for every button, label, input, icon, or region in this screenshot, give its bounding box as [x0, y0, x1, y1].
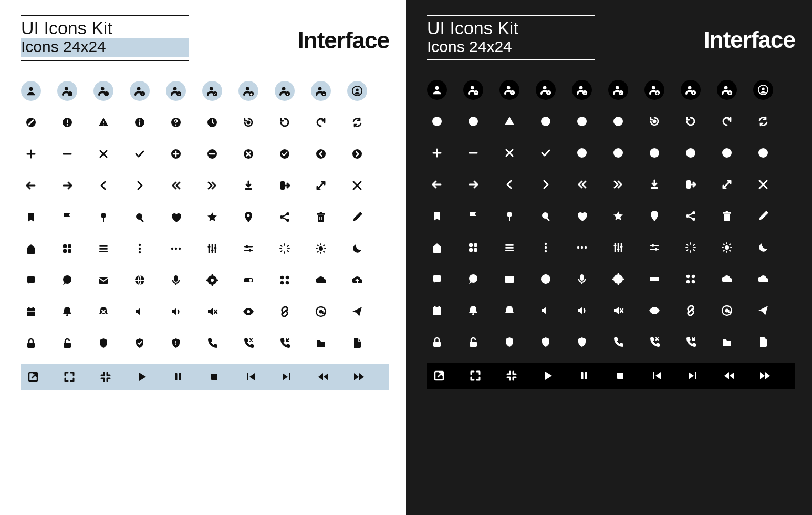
grid-icon — [463, 238, 483, 258]
search-icon — [536, 206, 556, 226]
skip-back-icon — [241, 367, 261, 387]
more-vertical-icon — [130, 239, 150, 259]
block-icon — [21, 112, 41, 132]
svg-text:×: × — [142, 91, 144, 95]
rotate-cw-icon — [311, 112, 331, 132]
toggle-icon — [644, 269, 664, 289]
toggle-icon — [238, 270, 258, 290]
volume-icon — [166, 302, 186, 322]
cloud-upload-icon — [347, 270, 367, 290]
edit-icon — [753, 206, 773, 226]
user-icon — [21, 81, 41, 101]
shield-check-icon — [130, 333, 150, 353]
rewind-icon — [719, 366, 739, 386]
user-remove-icon: − — [499, 80, 519, 100]
plus-icon — [21, 144, 41, 164]
svg-point-137 — [762, 87, 765, 90]
fullscreen-icon — [465, 366, 485, 386]
more-horizontal-icon — [572, 238, 592, 258]
loading-icon — [681, 238, 701, 258]
volume-mute-icon — [202, 302, 222, 322]
svg-point-119 — [356, 88, 359, 91]
user-lock-icon: ● — [275, 81, 295, 101]
icon-row-3 — [21, 176, 389, 195]
icon-row-9 — [427, 363, 795, 389]
shield-icon — [93, 333, 113, 353]
play-icon — [132, 367, 152, 387]
pause-icon — [574, 366, 594, 386]
expand-icon — [717, 174, 737, 194]
calendar-icon — [427, 301, 447, 321]
minus-circle-icon — [202, 144, 222, 164]
user-check-icon: ✓ — [202, 81, 222, 101]
rewind-icon — [313, 367, 333, 387]
eye-icon — [238, 302, 258, 322]
filters-icon — [238, 239, 258, 259]
chevron-left-circle-icon — [717, 143, 737, 163]
rule — [21, 15, 189, 16]
edit-icon — [347, 207, 367, 227]
file-icon — [347, 333, 367, 353]
phone-icon — [202, 333, 222, 353]
user-check-icon: ✓ — [608, 80, 628, 100]
location-icon — [644, 206, 664, 226]
link-icon — [681, 301, 701, 321]
chevrons-right-icon — [202, 176, 222, 195]
icon-row-8 — [21, 333, 389, 353]
check-icon — [130, 144, 150, 164]
plus-circle-icon — [166, 144, 186, 164]
dark-panel: UI Icons Kit Icons 24x24 Interface +−×→✓… — [406, 0, 812, 515]
flag-icon — [57, 207, 77, 227]
fullscreen-icon — [59, 367, 79, 387]
info-icon — [130, 112, 150, 132]
heart-icon — [166, 207, 186, 227]
svg-text:●: ● — [693, 90, 695, 94]
chevrons-left-icon — [572, 174, 592, 194]
filters-icon — [644, 238, 664, 258]
arrow-left-icon — [21, 176, 41, 195]
pause-icon — [168, 367, 188, 387]
header: UI Icons Kit Icons 24x24 Interface — [21, 15, 389, 66]
chevron-left-circle-icon — [311, 144, 331, 164]
arrow-right-icon — [57, 176, 77, 195]
grid-icon — [57, 239, 77, 259]
skip-forward-icon — [683, 366, 703, 386]
mail-icon — [93, 270, 113, 290]
volume-icon — [572, 301, 592, 321]
bookmark-icon — [21, 207, 41, 227]
external-icon — [23, 367, 43, 387]
shrink-icon — [753, 174, 773, 194]
moon-icon — [753, 238, 773, 258]
settings-icon — [608, 269, 628, 289]
file-icon — [753, 332, 773, 352]
info-icon — [536, 111, 556, 131]
icon-row-4 — [427, 206, 795, 226]
alert-triangle-icon — [93, 112, 113, 132]
user-shield-icon: ◆ — [644, 80, 664, 100]
folder-icon — [311, 333, 331, 353]
shield-alert-icon — [166, 333, 186, 353]
settings-icon — [202, 270, 222, 290]
icon-row-5 — [427, 238, 795, 258]
logout-icon — [275, 176, 295, 195]
eye-icon — [644, 301, 664, 321]
question-icon — [572, 111, 592, 131]
icon-row-7 — [21, 302, 389, 322]
rule — [427, 15, 595, 16]
phone-x-icon — [238, 333, 258, 353]
sun-icon — [717, 238, 737, 258]
rotate-ccw-icon — [275, 112, 295, 132]
x-circle-icon — [238, 144, 258, 164]
chevron-left-icon — [93, 176, 113, 195]
icon-row-1 — [21, 112, 389, 132]
check-icon — [536, 143, 556, 163]
user-shield-icon: ◆ — [238, 81, 258, 101]
at-icon — [311, 302, 331, 322]
cloud-icon — [311, 270, 331, 290]
svg-text:●: ● — [729, 90, 731, 94]
download-icon — [644, 174, 664, 194]
moon-icon — [347, 239, 367, 259]
share-icon — [681, 206, 701, 226]
kit-subtitle: Icons 24x24 — [427, 38, 595, 56]
stop-icon — [204, 367, 224, 387]
